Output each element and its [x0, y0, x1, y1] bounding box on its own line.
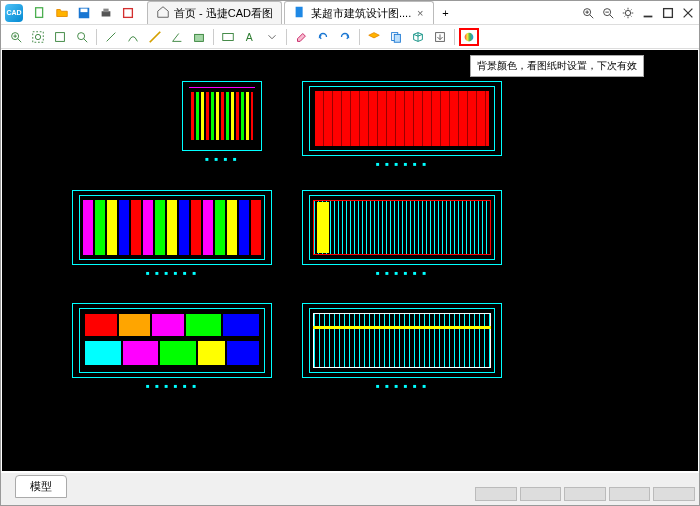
open-folder-icon[interactable]: [54, 5, 70, 21]
floor-plan-1: [182, 81, 262, 151]
titlebar: CAD 首页 - 迅捷CAD看图 某超市建筑设计图.... × +: [1, 1, 699, 25]
svg-line-8: [590, 14, 594, 18]
svg-point-26: [78, 32, 85, 39]
status-bar: 模型: [1, 473, 699, 505]
tab-home[interactable]: 首页 - 迅捷CAD看图: [147, 1, 282, 24]
drawing-icon[interactable]: [120, 5, 136, 21]
drawing-canvas[interactable]: [2, 50, 698, 471]
export-icon[interactable]: [430, 28, 450, 46]
zoom-extents-icon[interactable]: [28, 28, 48, 46]
angle-icon[interactable]: [167, 28, 187, 46]
model-tab[interactable]: 模型: [15, 475, 67, 498]
svg-rect-30: [195, 34, 204, 41]
maximize-icon[interactable]: [661, 6, 675, 20]
copy-icon[interactable]: [386, 28, 406, 46]
svg-rect-2: [81, 8, 88, 12]
minimize-icon[interactable]: [641, 6, 655, 20]
svg-rect-4: [103, 8, 108, 12]
redo-icon[interactable]: [335, 28, 355, 46]
status-box: [520, 487, 562, 501]
separator: [454, 29, 455, 45]
status-box: [653, 487, 695, 501]
floor-plan-6: [302, 303, 502, 378]
status-box: [475, 487, 517, 501]
tab-file-label: 某超市建筑设计图....: [311, 6, 411, 21]
pan-icon[interactable]: [72, 28, 92, 46]
home-icon: [156, 5, 170, 21]
floor-plan-2: [302, 81, 502, 156]
svg-point-36: [465, 32, 474, 41]
tab-file[interactable]: 某超市建筑设计图.... ×: [284, 1, 434, 24]
close-window-icon[interactable]: [681, 6, 695, 20]
status-box: [564, 487, 606, 501]
erase-icon[interactable]: [291, 28, 311, 46]
separator: [286, 29, 287, 45]
line-icon[interactable]: [101, 28, 121, 46]
svg-line-28: [107, 32, 116, 41]
zoom-window-icon[interactable]: [6, 28, 26, 46]
svg-rect-25: [56, 32, 65, 41]
tab-home-label: 首页 - 迅捷CAD看图: [174, 6, 273, 21]
file-icon: [293, 5, 307, 21]
separator: [213, 29, 214, 45]
floor-plan-5: [72, 303, 272, 378]
svg-rect-31: [223, 33, 234, 40]
dropdown-icon[interactable]: [262, 28, 282, 46]
print-icon[interactable]: [98, 5, 114, 21]
new-file-icon[interactable]: [32, 5, 48, 21]
svg-text:A: A: [246, 30, 253, 42]
measure-icon[interactable]: [145, 28, 165, 46]
zoom-out-icon[interactable]: [601, 6, 615, 20]
arc-icon[interactable]: [123, 28, 143, 46]
area-icon[interactable]: [189, 28, 209, 46]
status-box: [609, 487, 651, 501]
svg-rect-34: [394, 34, 400, 42]
layer-icon[interactable]: [364, 28, 384, 46]
svg-rect-6: [296, 7, 303, 18]
separator: [96, 29, 97, 45]
background-color-icon[interactable]: [459, 28, 479, 46]
tooltip-text: 背景颜色，看图纸时设置，下次有效: [477, 60, 637, 71]
svg-line-29: [150, 31, 161, 42]
plus-icon: +: [442, 7, 448, 19]
window-controls: [581, 6, 695, 20]
box3d-icon[interactable]: [408, 28, 428, 46]
svg-point-14: [625, 10, 630, 15]
zoom-fit-icon[interactable]: [50, 28, 70, 46]
tab-new[interactable]: +: [436, 4, 454, 22]
svg-rect-5: [124, 8, 133, 17]
zoom-in-icon[interactable]: [581, 6, 595, 20]
model-tab-label: 模型: [30, 480, 52, 492]
save-icon[interactable]: [76, 5, 92, 21]
svg-rect-23: [33, 31, 44, 42]
toolbar: A: [1, 25, 699, 49]
gear-icon[interactable]: [621, 6, 635, 20]
status-right: [475, 487, 695, 501]
tooltip: 背景颜色，看图纸时设置，下次有效: [470, 55, 644, 77]
floor-plan-3: [72, 190, 272, 265]
tab-bar: 首页 - 迅捷CAD看图 某超市建筑设计图.... × +: [147, 1, 581, 24]
svg-line-20: [18, 38, 22, 42]
undo-icon[interactable]: [313, 28, 333, 46]
svg-rect-16: [664, 8, 673, 17]
text-icon[interactable]: A: [240, 28, 260, 46]
select-icon[interactable]: [218, 28, 238, 46]
svg-line-27: [84, 38, 88, 42]
svg-point-24: [35, 34, 40, 39]
separator: [359, 29, 360, 45]
app-logo-icon: CAD: [5, 4, 23, 22]
close-icon[interactable]: ×: [415, 8, 425, 18]
floor-plan-4: [302, 190, 502, 265]
svg-line-12: [610, 14, 614, 18]
svg-rect-0: [36, 7, 43, 17]
